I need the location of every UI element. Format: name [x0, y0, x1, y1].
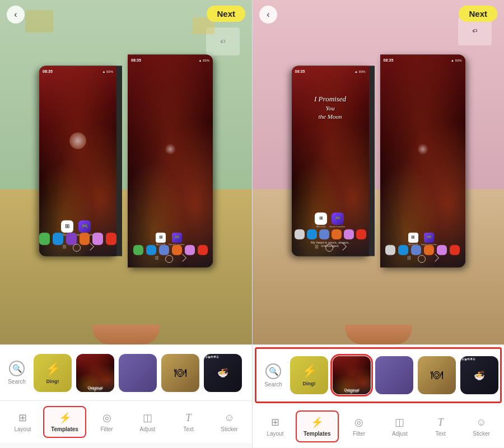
app4 — [172, 245, 182, 255]
app3 — [159, 245, 169, 255]
back-icon-left: ‹ — [14, 10, 17, 20]
original-thumb-left[interactable]: Original — [76, 354, 114, 392]
time-rr: 08:35 — [384, 58, 394, 62]
app-game-lr: 🎮 Game Launcher — [329, 212, 346, 228]
ms-lr-label: Microsoft — [316, 225, 325, 228]
tab-filter-right[interactable]: ◎ Filter — [339, 412, 380, 441]
adjust-icon-left: ◫ — [143, 412, 152, 424]
signal-left: ▲ 93% — [102, 70, 113, 73]
fold-right-left: 08:35 ▲ 93% ⊞ Microsoft 🎮 Game Launch — [128, 54, 213, 267]
app1 — [133, 245, 143, 255]
center-dot-left — [165, 143, 176, 155]
tab-text-right[interactable]: T Text — [420, 412, 461, 441]
templates-label-right: Templates — [304, 431, 331, 437]
pink-app — [92, 232, 103, 245]
right-panel: 🏷 ‹ Next 08:35 ▲ 93% I Pro — [252, 0, 504, 448]
status-bar-rr: 08:35 ▲ 93% — [380, 57, 465, 64]
bottom-apps-left — [39, 232, 116, 245]
love-text-left: I Promised You the Moon — [292, 94, 369, 122]
filter-icon-right: ◎ — [354, 416, 363, 428]
hand-left — [92, 325, 160, 344]
apps-rr: ⊞ Microsoft 🎮 Game Launcher — [380, 232, 465, 246]
rra1 — [385, 245, 395, 255]
tab-templates-right[interactable]: ⚡ Templates — [296, 410, 339, 442]
center-dot-rr — [417, 143, 428, 155]
na-rr — [431, 254, 439, 262]
tab-templates-left[interactable]: ⚡ Templates — [43, 406, 86, 438]
app-game-r: 🎮 Game Launcher — [169, 232, 185, 246]
right-template-row: 🔍 Search ⚡ Ding! Original — [255, 347, 502, 403]
game-lr-label: Game Launcher — [329, 225, 346, 228]
left-bottom-nav: ⊞ Layout ⚡ Templates ◎ Filter ◫ Adjust T… — [0, 401, 252, 443]
fold-left-right: 08:35 ▲ 93% I Promised You the Moon ⊞ Mi… — [292, 66, 369, 256]
fold-right-right: 08:35 ▲ 93% ⊞ Microsoft 🎮 Game Launcher — [380, 54, 465, 267]
tab-filter-left[interactable]: ◎ Filter — [86, 407, 127, 437]
nh-rr — [418, 255, 426, 263]
fold-hinge-left — [116, 66, 122, 256]
next-label-left: Next — [217, 9, 235, 18]
signal-r-left: ▲ 93% — [198, 59, 209, 62]
time-left-right: 08:35 — [295, 69, 305, 73]
phone-nav-r-left: ||| — [128, 255, 213, 263]
status-bar-left-right: 08:35 ▲ 93% — [292, 68, 369, 76]
next-button-right[interactable]: Next — [459, 6, 497, 22]
original-preview-left — [76, 354, 114, 392]
search-thumb-left[interactable]: 🔍 Search — [4, 354, 29, 392]
tab-adjust-right[interactable]: ◫ Adjust — [379, 412, 420, 441]
nl-rr: ||| — [407, 255, 410, 263]
original-thumb-right[interactable]: Original — [333, 356, 371, 394]
sticker-icon-right: ☺ — [476, 417, 486, 428]
purple-thumb-left[interactable] — [119, 354, 157, 392]
screen-right-right: 08:35 ▲ 93% ⊞ Microsoft 🎮 Game Launcher — [380, 54, 465, 267]
original-label-left: Original — [76, 387, 114, 391]
tab-layout-right[interactable]: ⊞ Layout — [255, 412, 296, 441]
right-template-row-wrapper: 🔍 Search ⚡ Ding! Original — [253, 345, 504, 405]
tab-sticker-left[interactable]: ☺ Sticker — [209, 408, 250, 437]
ding-thumb-left[interactable]: ⚡ Ding! — [34, 354, 72, 392]
app2 — [146, 245, 156, 255]
adjust-label-left: Adjust — [140, 426, 156, 432]
sticker-label-right: Sticker — [473, 431, 490, 437]
text-icon-left: T — [185, 412, 191, 424]
food2-emoji: 🍜 — [204, 354, 242, 392]
orig-glow — [76, 354, 114, 392]
tab-sticker-right[interactable]: ☺ Sticker — [461, 412, 502, 441]
app5 — [185, 245, 195, 255]
layout-label-right: Layout — [267, 431, 283, 437]
food2-thumb-right[interactable]: 오늘하루도 🍜 — [460, 356, 498, 394]
right-main-image: 🏷 ‹ Next 08:35 ▲ 93% I Pro — [253, 0, 504, 344]
food1-emoji-r: 🍽 — [418, 356, 456, 394]
love-line3: the Moon — [292, 113, 369, 121]
tab-text-left[interactable]: T Text — [168, 408, 209, 437]
phone-app — [39, 232, 50, 245]
purple-thumb-right[interactable] — [375, 356, 413, 394]
status-bar-left: 08:35 ▲ 93% — [39, 68, 116, 76]
back-button-right[interactable]: ‹ — [259, 6, 277, 24]
tab-layout-left[interactable]: ⊞ Layout — [2, 407, 43, 437]
nl1: ||| — [315, 244, 318, 251]
left-panel: 🏷 ‹ Next 08:35 ▲ 93% — [0, 0, 252, 448]
layout-icon-right: ⊞ — [271, 416, 279, 428]
ms-lr: ⊞ — [315, 212, 327, 225]
ms-r-icon: ⊞ — [156, 232, 166, 242]
filter-label-right: Filter — [353, 431, 365, 437]
time-left: 08:35 — [43, 69, 53, 73]
food2-thumb-left[interactable]: 오늘하루도 🍜 — [204, 354, 242, 392]
back-button-left[interactable]: ‹ — [7, 6, 25, 24]
layout-label-left: Layout — [14, 426, 31, 432]
food1-thumb-right[interactable]: 🍽 — [418, 356, 456, 394]
food1-thumb-left[interactable]: 🍽 — [161, 354, 199, 392]
search-icon-left: 🔍 — [9, 361, 25, 376]
ding-label-right: Ding! — [303, 381, 316, 386]
ding-thumb-right[interactable]: ⚡ Ding! — [290, 356, 328, 394]
b3 — [319, 229, 329, 239]
templates-icon-left: ⚡ — [59, 412, 71, 424]
ding-label-left: Ding! — [46, 379, 59, 384]
time-r-left: 08:35 — [131, 58, 141, 62]
search-thumb-right[interactable]: 🔍 Search — [261, 356, 286, 394]
orange-app — [80, 232, 90, 245]
tab-adjust-left[interactable]: ◫ Adjust — [127, 407, 168, 437]
ms-icon: ⊞ — [61, 220, 73, 232]
next-button-left[interactable]: Next — [207, 6, 245, 22]
nav-back-phone — [86, 242, 94, 250]
